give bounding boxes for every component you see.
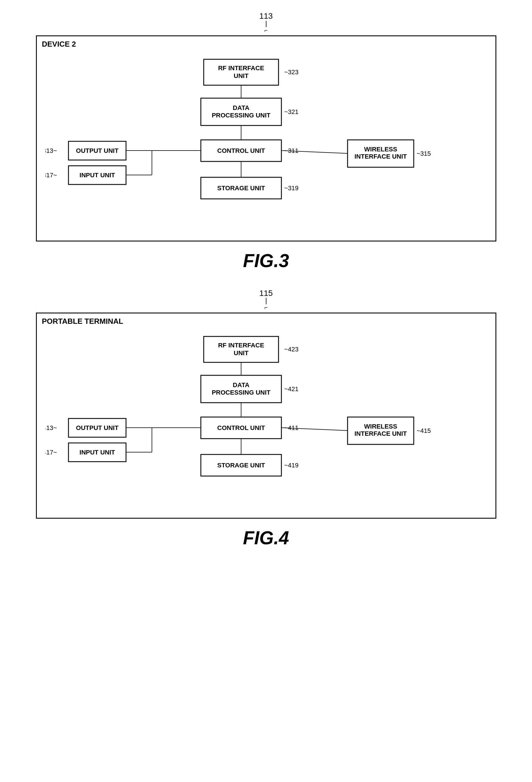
figure-3: 113 ⌐ DEVICE 2 RF INTERFACE UNIT ~323 DA… [36, 11, 496, 272]
svg-text:INPUT UNIT: INPUT UNIT [79, 172, 115, 179]
fig4-diagram-box: PORTABLE TERMINAL RF INTERFACE UNIT ~423… [36, 313, 496, 519]
fig3-device-label: DEVICE 2 [42, 40, 76, 49]
fig4-title: FIG.4 [36, 527, 496, 548]
svg-text:INTERFACE UNIT: INTERFACE UNIT [354, 153, 407, 160]
svg-text:DATA: DATA [233, 381, 250, 389]
svg-text:~319: ~319 [284, 184, 299, 192]
svg-text:PROCESSING UNIT: PROCESSING UNIT [212, 389, 270, 396]
svg-text:~321: ~321 [284, 108, 299, 115]
fig3-diagram-box: DEVICE 2 RF INTERFACE UNIT ~323 DATA PRO… [36, 35, 496, 242]
svg-text:~419: ~419 [284, 462, 299, 469]
svg-text:~421: ~421 [284, 385, 299, 393]
svg-text:RF INTERFACE: RF INTERFACE [218, 342, 264, 349]
fig4-device-label: PORTABLE TERMINAL [42, 317, 123, 326]
fig3-ref-arrow: 113 ⌐ [36, 11, 496, 34]
svg-text:317~: 317~ [45, 172, 57, 179]
svg-text:UNIT: UNIT [234, 72, 249, 79]
svg-text:OUTPUT UNIT: OUTPUT UNIT [76, 424, 119, 431]
fig4-svg: RF INTERFACE UNIT ~423 DATA PROCESSING U… [45, 331, 477, 509]
svg-text:~423: ~423 [284, 346, 299, 353]
svg-text:RF INTERFACE: RF INTERFACE [218, 65, 264, 72]
svg-text:INPUT UNIT: INPUT UNIT [79, 449, 115, 456]
fig3-ref-num: 113 [259, 11, 273, 21]
svg-text:STORAGE UNIT: STORAGE UNIT [217, 184, 265, 192]
svg-text:WIRELESS: WIRELESS [364, 423, 397, 430]
svg-text:417~: 417~ [45, 449, 57, 456]
svg-text:~315: ~315 [417, 150, 431, 157]
svg-text:CONTROL UNIT: CONTROL UNIT [217, 147, 265, 154]
svg-text:WIRELESS: WIRELESS [364, 146, 397, 153]
svg-text:~415: ~415 [417, 427, 431, 434]
svg-text:OUTPUT UNIT: OUTPUT UNIT [76, 147, 119, 154]
svg-text:STORAGE UNIT: STORAGE UNIT [217, 462, 265, 469]
fig3-title: FIG.3 [36, 250, 496, 272]
svg-text:313~: 313~ [45, 147, 57, 154]
fig4-ref-num: 115 [259, 289, 273, 298]
svg-text:~323: ~323 [284, 69, 299, 76]
svg-text:CONTROL UNIT: CONTROL UNIT [217, 424, 265, 431]
svg-text:PROCESSING UNIT: PROCESSING UNIT [212, 112, 270, 119]
svg-text:413~: 413~ [45, 424, 57, 431]
fig4-ref-arrow: 115 ⌐ [36, 289, 496, 311]
svg-text:DATA: DATA [233, 104, 250, 111]
fig3-svg: RF INTERFACE UNIT ~323 DATA PROCESSING U… [45, 54, 477, 232]
svg-text:UNIT: UNIT [234, 349, 249, 357]
svg-text:INTERFACE UNIT: INTERFACE UNIT [354, 430, 407, 437]
figure-4: 115 ⌐ PORTABLE TERMINAL RF INTERFACE UNI… [36, 289, 496, 548]
